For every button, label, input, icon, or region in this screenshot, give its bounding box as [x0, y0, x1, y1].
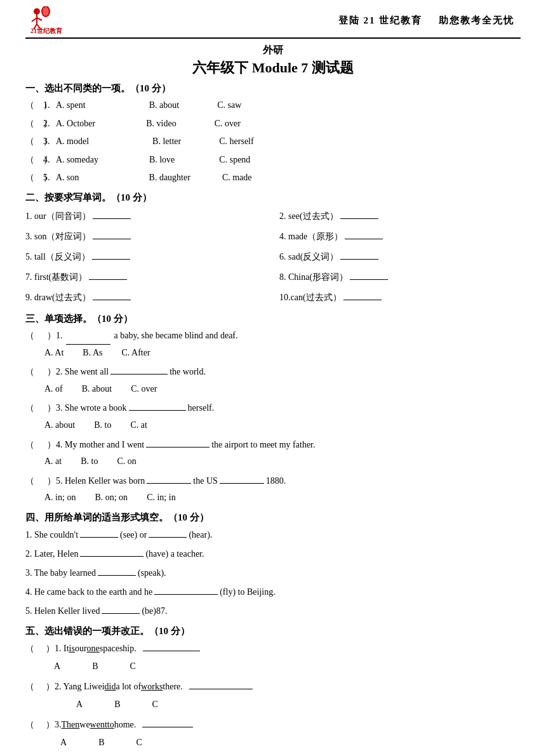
s2q1-right: 2. see(过去式） — [279, 208, 521, 225]
logo-area: 21世纪教育 www.21cnjy.com — [25, 6, 83, 35]
s1q2: （ ） 2. A. October B. video C. over — [25, 116, 521, 133]
s4q2: 2. Later, Helen (have) a teacher. — [25, 545, 521, 563]
header-tagline: 登陆 21 世纪教育 助您教考全无忧 — [332, 15, 521, 27]
header-slogan: 助您教考全无忧 — [439, 15, 514, 25]
s2q2-right: 4. made（原形） — [279, 228, 521, 246]
section5-questions: （ ）1. It is our one spaceship. A B C （ ）… — [25, 640, 521, 756]
s3q3: （ ）3. She wrote a book herself. A. about… — [25, 400, 521, 434]
header: 21世纪教育 www.21cnjy.com 登陆 21 世纪教育 助您教考全无忧 — [25, 6, 521, 39]
section1-title: 一、选出不同类的一项。（10 分） — [25, 83, 521, 95]
page: 21世纪教育 www.21cnjy.com 登陆 21 世纪教育 助您教考全无忧… — [0, 0, 546, 756]
s3q2: （ ）2. She went all the world. A. of B. a… — [25, 364, 521, 397]
s5q3: （ ）3. Then we went to home. A B C — [25, 716, 521, 752]
s3q4: （ ）4. My mother and I went the airport t… — [25, 437, 521, 470]
publisher-title: 外研 — [25, 44, 521, 57]
svg-point-8 — [43, 7, 49, 16]
s2q5-right: 10.can(过去式） — [279, 289, 521, 307]
svg-text:21世纪教育: 21世纪教育 — [30, 27, 63, 34]
s4q5: 5. Helen Keller lived (be)87. — [25, 602, 521, 620]
section1-questions: （ ） 1. A. spent B. about C. saw （ ） 2. A… — [25, 97, 521, 187]
section5-title: 五、选出错误的一项并改正。（10 分） — [25, 625, 521, 637]
section3-title: 三、单项选择。（10 分） — [25, 313, 521, 325]
section2-title: 二、按要求写单词。（10 分） — [25, 192, 521, 204]
s5q1: （ ）1. It is our one spaceship. A B C — [25, 640, 521, 675]
svg-point-1 — [34, 8, 40, 15]
s1q5: （ ） 5. A. son B. daughter C. made — [25, 169, 521, 187]
logo-icon: 21世纪教育 www.21cnjy.com — [25, 6, 83, 35]
s4q1: 1. She couldn't (see) or (hear). — [25, 526, 521, 544]
exam-title: 六年级下 Module 7 测试题 — [25, 58, 521, 77]
s2q4-right: 8. China(形容词） — [279, 269, 521, 286]
section4-title: 四、用所给单词的适当形式填空。（10 分） — [25, 512, 521, 524]
s2q2-left: 3. son（对应词） — [25, 228, 267, 246]
s1q4: （ ） 4. A. someday B. love C. spend — [25, 152, 521, 169]
s2q5-left: 9. draw(过去式） — [25, 289, 267, 307]
section3-questions: （ ）1. a baby, she became blind and deaf.… — [25, 328, 521, 507]
s2q3-left: 5. tall（反义词） — [25, 248, 267, 266]
s2q3-right: 6. sad(反义词） — [279, 248, 521, 266]
header-site: 登陆 21 世纪教育 — [338, 15, 423, 25]
title-section: 外研 六年级下 Module 7 测试题 — [25, 44, 521, 77]
s1q3: （ ） 3. A. model B. letter C. herself — [25, 133, 521, 150]
s3q5: （ ）5. Helen Keller was born the US 1880.… — [25, 473, 521, 507]
s5q2: （ ）2. Yang Liwei did a lot of works ther… — [25, 678, 521, 713]
s4q4: 4. He came back to the earth and he (fly… — [25, 583, 521, 601]
s2q1-left: 1. our（同音词） — [25, 208, 267, 225]
section4-questions: 1. She couldn't (see) or (hear). 2. Late… — [25, 526, 521, 620]
s2q4-left: 7. first(基数词） — [25, 269, 267, 286]
s4q3: 3. The baby learned (speak). — [25, 564, 521, 582]
s3q1: （ ）1. a baby, she became blind and deaf.… — [25, 328, 521, 361]
s1q1: （ ） 1. A. spent B. about C. saw — [25, 97, 521, 114]
section2-questions: 1. our（同音词） 2. see(过去式） 3. son（对应词） 4. m… — [25, 206, 521, 308]
